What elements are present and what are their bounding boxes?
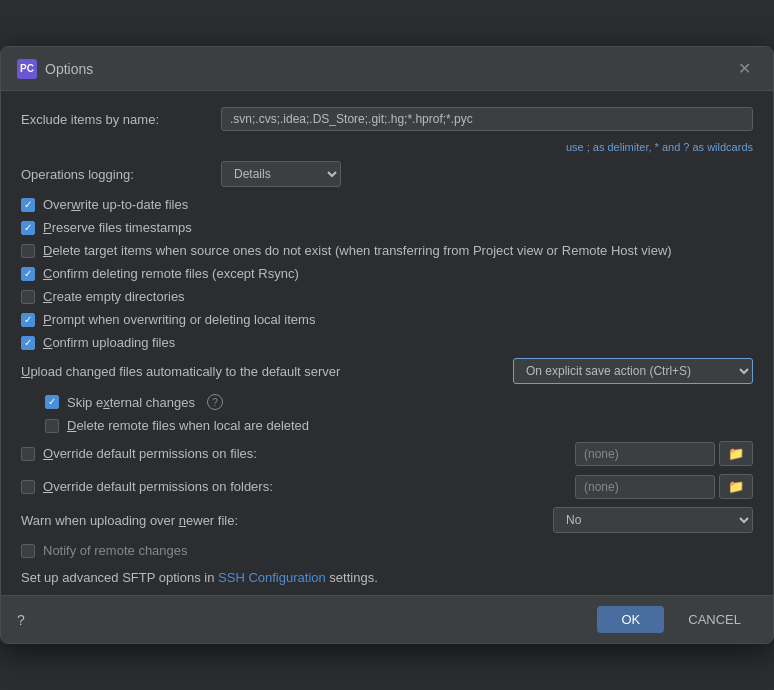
notify-checkbox[interactable] — [21, 544, 35, 558]
upload-auto-row: Upload changed files automatically to th… — [21, 358, 753, 384]
title-bar-left: PC Options — [17, 59, 93, 79]
help-button[interactable]: ? — [17, 612, 25, 628]
upload-auto-select[interactable]: On explicit save action (Ctrl+S) Always … — [513, 358, 753, 384]
perm-files-input[interactable] — [575, 442, 715, 466]
prompt-overwrite-row: Prompt when overwriting or deleting loca… — [21, 312, 753, 327]
warn-newer-select[interactable]: No Yes — [553, 507, 753, 533]
skip-external-help-icon[interactable]: ? — [207, 394, 223, 410]
confirm-upload-row: Confirm uploading files — [21, 335, 753, 350]
dialog-footer: ? OK CANCEL — [1, 595, 773, 643]
confirm-upload-label: Confirm uploading files — [43, 335, 175, 350]
preserve-label: Preserve files timestamps — [43, 220, 192, 235]
sftp-row: Set up advanced SFTP options in SSH Conf… — [21, 570, 753, 585]
skip-external-row: Skip external changes ? — [45, 394, 753, 410]
delete-target-checkbox[interactable] — [21, 244, 35, 258]
perm-folders-folder-button[interactable]: 📁 — [719, 474, 753, 499]
preserve-row: Preserve files timestamps — [21, 220, 753, 235]
confirm-delete-label: Confirm deleting remote files (except Rs… — [43, 266, 299, 281]
sftp-link[interactable]: SSH Configuration — [218, 570, 326, 585]
logging-select[interactable]: Details None Simple — [221, 161, 341, 187]
upload-auto-label: Upload changed files automatically to th… — [21, 364, 513, 379]
confirm-upload-checkbox[interactable] — [21, 336, 35, 350]
perm-folders-input-group: 📁 — [575, 474, 753, 499]
sftp-text: Set up advanced SFTP options in — [21, 570, 218, 585]
cancel-button[interactable]: CANCEL — [672, 606, 757, 633]
create-empty-checkbox[interactable] — [21, 290, 35, 304]
title-bar: PC Options ✕ — [1, 47, 773, 91]
exclude-input[interactable] — [221, 107, 753, 131]
ok-button[interactable]: OK — [597, 606, 664, 633]
delete-target-row: Delete target items when source ones do … — [21, 243, 753, 258]
warn-newer-label: Warn when uploading over newer file: — [21, 513, 553, 528]
logging-label: Operations logging: — [21, 167, 221, 182]
perm-folders-label: Override default permissions on folders: — [43, 479, 575, 494]
footer-buttons: OK CANCEL — [597, 606, 757, 633]
confirm-delete-row: Confirm deleting remote files (except Rs… — [21, 266, 753, 281]
prompt-overwrite-label: Prompt when overwriting or deleting loca… — [43, 312, 315, 327]
options-dialog: PC Options ✕ Exclude items by name: use … — [0, 46, 774, 644]
dialog-title: Options — [45, 61, 93, 77]
prompt-overwrite-checkbox[interactable] — [21, 313, 35, 327]
perm-files-checkbox[interactable] — [21, 447, 35, 461]
skip-external-checkbox[interactable] — [45, 395, 59, 409]
create-empty-label: Create empty directories — [43, 289, 185, 304]
delete-target-label: Delete target items when source ones do … — [43, 243, 672, 258]
delete-remote-checkbox[interactable] — [45, 419, 59, 433]
preserve-checkbox[interactable] — [21, 221, 35, 235]
perm-files-input-group: 📁 — [575, 441, 753, 466]
app-icon: PC — [17, 59, 37, 79]
perm-folders-row: Override default permissions on folders:… — [21, 474, 753, 499]
sftp-suffix: settings. — [326, 570, 378, 585]
notify-label: Notify of remote changes — [43, 543, 188, 558]
perm-folders-input[interactable] — [575, 475, 715, 499]
perm-folders-checkbox[interactable] — [21, 480, 35, 494]
delete-remote-label: Delete remote files when local are delet… — [67, 418, 309, 433]
notify-row: Notify of remote changes — [21, 543, 753, 558]
warn-newer-row: Warn when uploading over newer file: No … — [21, 507, 753, 533]
exclude-row: Exclude items by name: — [21, 107, 753, 131]
create-empty-row: Create empty directories — [21, 289, 753, 304]
overwrite-row: Overwrite up-to-date files — [21, 197, 753, 212]
perm-files-label: Override default permissions on files: — [43, 446, 575, 461]
overwrite-label: Overwrite up-to-date files — [43, 197, 188, 212]
perm-files-row: Override default permissions on files: 📁 — [21, 441, 753, 466]
overwrite-checkbox[interactable] — [21, 198, 35, 212]
confirm-delete-checkbox[interactable] — [21, 267, 35, 281]
perm-files-folder-button[interactable]: 📁 — [719, 441, 753, 466]
logging-row: Operations logging: Details None Simple — [21, 161, 753, 187]
dialog-content: Exclude items by name: use ; as delimite… — [1, 91, 773, 585]
skip-external-label: Skip external changes — [67, 395, 195, 410]
exclude-hint: use ; as delimiter, * and ? as wildcards — [21, 141, 753, 153]
exclude-label: Exclude items by name: — [21, 112, 221, 127]
close-button[interactable]: ✕ — [732, 57, 757, 80]
delete-remote-row: Delete remote files when local are delet… — [45, 418, 753, 433]
